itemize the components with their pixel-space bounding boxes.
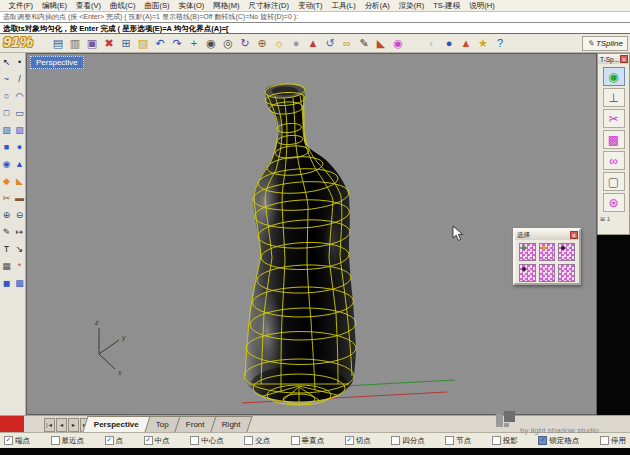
orbit-icon[interactable]: ↺ bbox=[322, 35, 338, 51]
osnap-toggle[interactable]: 中心点 bbox=[190, 436, 224, 446]
gear-icon[interactable]: ★ bbox=[475, 35, 491, 51]
curve-icon[interactable]: ~ bbox=[0, 70, 13, 87]
menu-item[interactable]: 编辑(E) bbox=[38, 1, 72, 11]
selection-palette-titlebar[interactable]: 选择 × bbox=[515, 230, 579, 240]
trim-icon[interactable]: ✂ bbox=[0, 189, 13, 206]
viewport-canvas[interactable]: z y x bbox=[27, 54, 596, 414]
rectangle-icon[interactable]: ▭ bbox=[13, 104, 26, 121]
checkbox[interactable] bbox=[244, 436, 253, 445]
dimension-icon[interactable]: ↘ bbox=[13, 240, 26, 257]
menu-item[interactable]: 工具(L) bbox=[327, 1, 360, 11]
menu-item[interactable]: 实体(O) bbox=[174, 1, 209, 11]
wireframe-sphere-icon[interactable]: ○ bbox=[407, 35, 423, 51]
checkbox[interactable] bbox=[105, 436, 114, 445]
command-prompt[interactable]: 选取ts对象均匀化，按 Enter 完成 ( 星形选项(E)=A 均匀化界点(A… bbox=[0, 22, 630, 34]
flag-icon[interactable]: ▲ bbox=[458, 35, 474, 51]
view-tab[interactable]: Front bbox=[174, 416, 216, 432]
ts-control-cage-icon[interactable]: ▩ bbox=[603, 130, 625, 149]
polyline-icon[interactable]: □ bbox=[0, 104, 13, 121]
osnap-toggle[interactable]: 中点 bbox=[144, 436, 170, 446]
help-icon[interactable]: ? bbox=[492, 35, 508, 51]
solid-icon[interactable]: ◼ bbox=[0, 274, 13, 291]
ts-weld-icon[interactable]: ∞ bbox=[603, 151, 625, 170]
osnap-toggle[interactable]: 垂直点 bbox=[291, 436, 325, 446]
select-arrow-icon[interactable]: ↖ bbox=[0, 53, 13, 70]
pan-icon[interactable]: + bbox=[186, 35, 202, 51]
checkbox[interactable] bbox=[51, 436, 60, 445]
boolean-diff-icon[interactable]: ⊖ bbox=[13, 206, 26, 223]
menu-item[interactable]: 说明(H) bbox=[465, 1, 499, 11]
paste-icon[interactable]: ▨ bbox=[135, 35, 151, 51]
cylinder-icon[interactable]: ◉ bbox=[0, 155, 13, 172]
osnap-toggle[interactable]: 端点 bbox=[4, 436, 30, 446]
menu-item[interactable]: 查看(V) bbox=[72, 1, 106, 11]
perspective-viewport[interactable]: Perspective bbox=[26, 53, 597, 415]
redo-icon[interactable]: ↷ bbox=[169, 35, 185, 51]
menu-item[interactable]: 渲染(R) bbox=[394, 1, 428, 11]
print-icon[interactable]: ▥ bbox=[67, 35, 83, 51]
fillet-icon[interactable]: ◆ bbox=[0, 172, 13, 189]
checkbox[interactable] bbox=[144, 436, 153, 445]
rendered-sphere-icon[interactable]: ● bbox=[441, 35, 457, 51]
sphere-icon[interactable]: ● bbox=[13, 138, 26, 155]
menu-item[interactable]: 曲线(C) bbox=[106, 1, 140, 11]
curve-edit-icon[interactable]: ✎ bbox=[0, 223, 13, 240]
boolean-union-icon[interactable]: ⊕ bbox=[0, 206, 13, 223]
arc-icon[interactable]: ◠ bbox=[13, 87, 26, 104]
save-icon[interactable]: ▤ bbox=[50, 35, 66, 51]
menu-item[interactable]: TS-建模 bbox=[429, 1, 465, 11]
menu-item[interactable]: 曲面(S) bbox=[140, 1, 174, 11]
osnap-toggle[interactable]: 节点 bbox=[445, 436, 471, 446]
loft-icon[interactable]: ▨ bbox=[13, 121, 26, 138]
select-faces-icon[interactable] bbox=[558, 243, 575, 261]
ts-axis-icon[interactable]: ⊥ bbox=[603, 88, 625, 107]
osnap-toggle[interactable]: 点 bbox=[105, 436, 124, 446]
shaded-sphere-icon[interactable]: ◐ bbox=[424, 35, 440, 51]
undo-icon[interactable]: ↶ bbox=[152, 35, 168, 51]
close-icon[interactable]: × bbox=[570, 231, 578, 239]
select-face-loop-icon[interactable] bbox=[539, 264, 556, 282]
menu-item[interactable]: 文件(F) bbox=[4, 1, 38, 11]
surface-icon[interactable]: ▧ bbox=[0, 121, 13, 138]
delete-icon[interactable]: ✖ bbox=[101, 35, 117, 51]
wedge-icon[interactable]: ◣ bbox=[373, 35, 389, 51]
line-icon[interactable]: / bbox=[13, 70, 26, 87]
extend-icon[interactable]: ↦ bbox=[13, 223, 26, 240]
checkbox[interactable] bbox=[4, 436, 13, 445]
osnap-toggle[interactable]: 交点 bbox=[244, 436, 270, 446]
select-ring-icon[interactable] bbox=[558, 264, 575, 282]
zoom-icon[interactable]: ◉ bbox=[203, 35, 219, 51]
checkbox[interactable] bbox=[345, 436, 354, 445]
lamp-icon[interactable]: ☼ bbox=[271, 35, 287, 51]
ts-activate-icon[interactable]: ◉ bbox=[603, 67, 625, 86]
ts-insert-edge-icon[interactable]: ✂ bbox=[603, 109, 625, 128]
menu-item[interactable]: 尺寸标注(D) bbox=[244, 1, 293, 11]
clipboard-icon[interactable]: ▣ bbox=[84, 35, 100, 51]
view-tab[interactable]: Right bbox=[210, 416, 252, 432]
select-edges-icon[interactable] bbox=[539, 243, 556, 261]
rotate-view-icon[interactable]: ↻ bbox=[237, 35, 253, 51]
checkbox[interactable] bbox=[445, 436, 454, 445]
box-icon[interactable]: ■ bbox=[0, 138, 13, 155]
explode-icon[interactable]: * bbox=[13, 257, 26, 274]
annotate-pen-icon[interactable]: ✎ bbox=[356, 35, 372, 51]
zoom-window-icon[interactable]: ◎ bbox=[220, 35, 236, 51]
cplane-icon[interactable]: ▲ bbox=[305, 35, 321, 51]
split-icon[interactable]: ▬ bbox=[13, 189, 26, 206]
menu-item[interactable]: 变动(T) bbox=[294, 1, 328, 11]
text-icon[interactable]: T bbox=[0, 240, 13, 257]
checkbox[interactable] bbox=[190, 436, 199, 445]
circle-icon[interactable]: ○ bbox=[0, 87, 13, 104]
close-icon[interactable]: × bbox=[620, 55, 628, 63]
tspline-toolbar-dock[interactable]: ✎ TSpline bbox=[582, 36, 628, 51]
checkbox[interactable] bbox=[291, 436, 300, 445]
chamfer-icon[interactable]: ◣ bbox=[13, 172, 26, 189]
select-edge-loop-icon[interactable] bbox=[519, 264, 536, 282]
osnap-toggle[interactable]: 切点 bbox=[345, 436, 371, 446]
group-icon[interactable]: ▦ bbox=[0, 257, 13, 274]
point-icon[interactable]: • bbox=[13, 53, 26, 70]
link-icon[interactable]: ∞ bbox=[339, 35, 355, 51]
gray-sphere-icon[interactable]: ● bbox=[288, 35, 304, 51]
tspline-panel-titlebar[interactable]: T-Sp... × bbox=[598, 54, 629, 64]
copy-icon[interactable]: ⊞ bbox=[118, 35, 134, 51]
